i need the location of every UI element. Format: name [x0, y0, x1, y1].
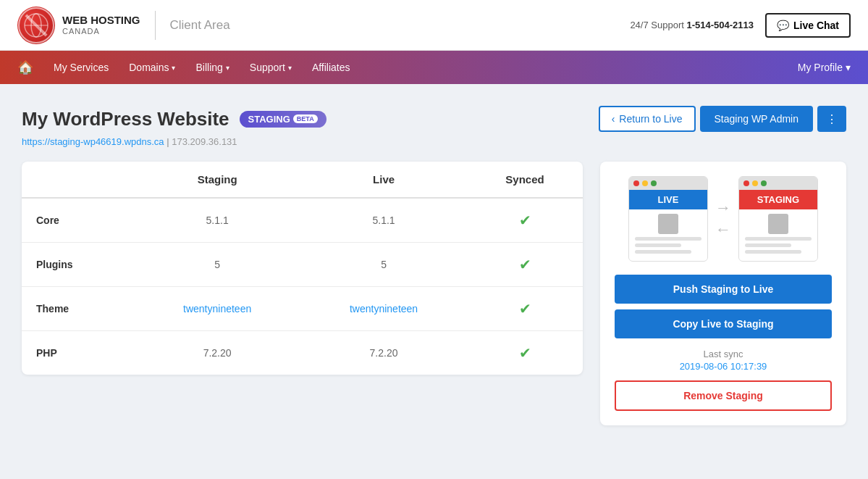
support-arrow-icon: ▾ — [288, 64, 292, 72]
dot-yellow-staging — [752, 180, 758, 186]
browser-body-staging: STAGING — [739, 190, 817, 261]
staging-url[interactable]: https://staging-wp46619.wpdns.ca — [22, 136, 164, 147]
row-staging-php: 7.2.20 — [134, 331, 300, 375]
nav-profile-button[interactable]: My Profile ▾ — [788, 51, 861, 84]
nav-item-my-services[interactable]: My Services — [43, 51, 119, 84]
client-area-label: Client Area — [170, 18, 230, 33]
brand-sub: CANADA — [62, 27, 140, 36]
page-title: My WordPress Website — [22, 108, 229, 130]
top-bar-right: 24/7 Support 1-514-504-2113 💬 Live Chat — [630, 13, 851, 38]
content-line — [635, 237, 701, 241]
row-staging-theme: twentynineteen — [134, 287, 300, 331]
nav-label-domains: Domains — [129, 62, 169, 73]
row-synced-php: ✔ — [467, 331, 583, 375]
logo-area: WEB HOSTING CANADA — [17, 7, 140, 44]
chat-icon: 💬 — [777, 20, 789, 31]
row-name-php: PHP — [22, 331, 134, 375]
content-rect-staging — [768, 214, 788, 234]
logo-icon — [17, 7, 55, 44]
nav-home-button[interactable]: 🏠 — [7, 59, 43, 75]
copy-live-to-staging-button[interactable]: Copy Live to Staging — [615, 309, 832, 338]
beta-badge: BETA — [293, 114, 318, 123]
table-row: PHP 7.2.20 7.2.20 ✔ — [22, 331, 583, 375]
nav-label-affiliates: Affiliates — [312, 62, 350, 73]
profile-arrow-icon: ▾ — [846, 62, 851, 73]
dot-green-staging — [761, 180, 767, 186]
brand-text: WEB HOSTING CANADA — [62, 14, 140, 36]
header-actions: ‹ Return to Live Staging WP Admin ⋮ — [599, 106, 846, 132]
live-browser-mock: LIVE — [628, 176, 708, 262]
more-options-button[interactable]: ⋮ — [817, 106, 846, 132]
table-row: Plugins 5 5 ✔ — [22, 243, 583, 287]
row-staging-core: 5.1.1 — [134, 198, 300, 243]
nav-bar-right: My Profile ▾ — [788, 51, 861, 84]
support-prefix: 24/7 Support — [630, 20, 683, 30]
row-live-php: 7.2.20 — [300, 331, 467, 375]
return-to-live-button[interactable]: ‹ Return to Live — [599, 106, 696, 132]
side-column: LIVE → ← — [600, 162, 846, 425]
nav-label-billing: Billing — [195, 62, 222, 73]
content-line — [745, 243, 791, 247]
staging-wp-admin-button[interactable]: Staging WP Admin — [700, 106, 813, 132]
dot-red-staging — [743, 180, 749, 186]
dot-green-live — [651, 180, 657, 186]
row-live-plugins: 5 — [300, 243, 467, 287]
home-icon: 🏠 — [17, 59, 33, 75]
browser-top-staging — [739, 177, 817, 190]
check-icon-plugins: ✔ — [519, 257, 531, 272]
nav-item-domains[interactable]: Domains ▾ — [119, 51, 185, 84]
comparison-card: Staging Live Synced Core 5.1.1 5.1.1 ✔ — [22, 162, 583, 375]
nav-label-support: Support — [250, 62, 285, 73]
compare-table: Staging Live Synced Core 5.1.1 5.1.1 ✔ — [22, 162, 583, 375]
last-sync-label: Last sync — [704, 349, 743, 359]
row-live-core: 5.1.1 — [300, 198, 467, 243]
dot-yellow-live — [642, 180, 648, 186]
browser-content-staging — [739, 209, 817, 261]
nav-item-billing[interactable]: Billing ▾ — [185, 51, 239, 84]
main-column: Staging Live Synced Core 5.1.1 5.1.1 ✔ — [22, 162, 583, 375]
dot-red-live — [633, 180, 639, 186]
main-content: My WordPress Website STAGING BETA ‹ Retu… — [0, 84, 868, 447]
staging-browser-mock: STAGING — [738, 176, 818, 262]
content-line — [745, 237, 812, 241]
row-name-plugins: Plugins — [22, 243, 134, 287]
nav-bar: 🏠 My Services Domains ▾ Billing ▾ Suppor… — [0, 51, 868, 84]
side-card: LIVE → ← — [600, 162, 846, 425]
content-rect-live — [658, 214, 678, 234]
push-staging-to-live-button[interactable]: Push Staging to Live — [615, 275, 832, 304]
nav-item-affiliates[interactable]: Affiliates — [302, 51, 361, 84]
svg-point-1 — [31, 14, 41, 37]
page-subtitle: https://staging-wp46619.wpdns.ca | 173.2… — [22, 136, 846, 147]
return-arrow-icon: ‹ — [612, 113, 615, 125]
domains-arrow-icon: ▾ — [172, 64, 175, 72]
support-phone: 1-514-504-2113 — [686, 20, 754, 30]
col-header-live: Live — [300, 162, 467, 198]
top-bar: WEB HOSTING CANADA Client Area 24/7 Supp… — [0, 0, 868, 51]
content-line — [635, 243, 681, 247]
profile-label: My Profile — [798, 62, 843, 73]
page-header: My WordPress Website STAGING BETA ‹ Retu… — [22, 106, 846, 132]
brand-name: WEB HOSTING — [62, 14, 140, 27]
row-name-core: Core — [22, 198, 134, 243]
live-chat-button[interactable]: 💬 Live Chat — [765, 13, 851, 38]
last-sync-date: 2019-08-06 10:17:39 — [615, 361, 832, 372]
support-info: 24/7 Support 1-514-504-2113 — [630, 20, 754, 30]
nav-item-support[interactable]: Support ▾ — [240, 51, 302, 84]
row-staging-plugins: 5 — [134, 243, 300, 287]
col-header-name — [22, 162, 134, 198]
check-icon-php: ✔ — [519, 345, 531, 361]
header-divider — [155, 11, 156, 40]
browsers-area: LIVE → ← — [615, 176, 832, 262]
remove-staging-button[interactable]: Remove Staging — [615, 380, 832, 411]
return-label: Return to Live — [619, 113, 682, 125]
browser-content-live — [629, 209, 707, 261]
svg-point-0 — [25, 14, 48, 37]
page-title-area: My WordPress Website STAGING BETA — [22, 108, 326, 130]
staging-admin-label: Staging WP Admin — [715, 113, 799, 125]
table-row: Theme twentynineteen twentynineteen ✔ — [22, 287, 583, 331]
nav-label-my-services: My Services — [54, 62, 109, 73]
exchange-arrows-icon: → ← — [715, 199, 731, 239]
check-icon-core: ✔ — [519, 212, 531, 228]
table-header-row: Staging Live Synced — [22, 162, 583, 198]
live-chat-label: Live Chat — [793, 20, 839, 31]
